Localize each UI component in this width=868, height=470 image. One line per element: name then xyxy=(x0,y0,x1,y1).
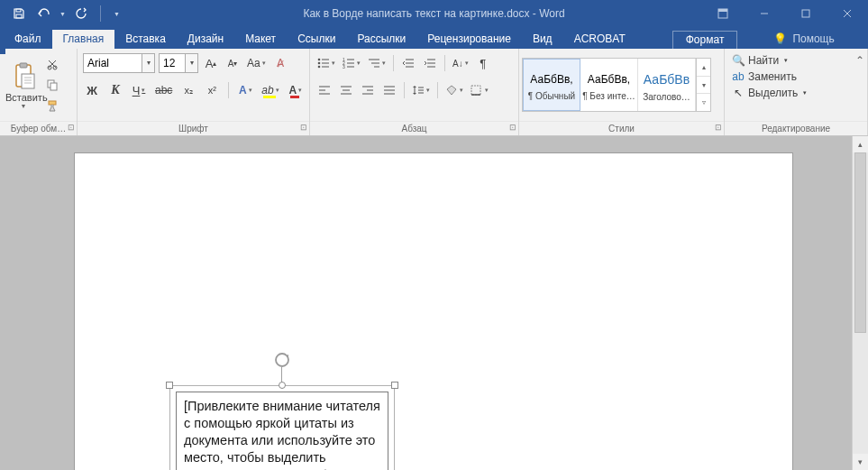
svg-rect-0 xyxy=(16,9,21,12)
text-effects-button[interactable]: A xyxy=(236,80,254,100)
tab-layout[interactable]: Макет xyxy=(234,30,287,49)
group-paragraph: 123 A↓ ¶ Абзац⊡ xyxy=(310,49,519,135)
cursor-icon: ↖ xyxy=(732,87,745,99)
style-up-icon[interactable]: ▴ xyxy=(697,59,710,77)
qat-customize-icon[interactable]: ▼ xyxy=(114,11,120,17)
grow-font-button[interactable]: A▴ xyxy=(202,53,220,73)
multilevel-button[interactable] xyxy=(366,53,388,73)
bold-button[interactable]: Ж xyxy=(83,80,101,100)
resize-handle-tm[interactable] xyxy=(279,382,286,389)
vertical-scrollbar[interactable]: ▴ ▾ xyxy=(852,136,868,470)
align-center-button[interactable] xyxy=(337,80,355,100)
textbox-content[interactable]: [Привлеките внимание читателя с помощью … xyxy=(176,392,388,470)
tab-format[interactable]: Формат xyxy=(672,31,738,49)
align-left-button[interactable] xyxy=(315,80,333,100)
borders-button[interactable] xyxy=(469,80,490,100)
svg-rect-3 xyxy=(718,9,727,12)
tab-review[interactable]: Рецензирование xyxy=(416,30,522,49)
underline-button[interactable]: Ч xyxy=(130,80,148,100)
cut-button[interactable] xyxy=(43,56,61,72)
undo-icon[interactable] xyxy=(34,4,54,23)
font-color-button[interactable]: A xyxy=(287,80,305,100)
increase-indent-button[interactable] xyxy=(421,53,439,73)
svg-point-23 xyxy=(318,66,321,69)
show-marks-button[interactable]: ¶ xyxy=(474,53,492,73)
font-family-combo[interactable]: Arial▾ xyxy=(83,53,155,73)
font-group-label: Шрифт xyxy=(178,124,208,134)
style-gallery: АаБбВв, ¶ Обычный АаБбВв, ¶ Без инте… Аа… xyxy=(522,58,711,112)
line-spacing-button[interactable] xyxy=(410,80,432,100)
strikethrough-button[interactable]: abc xyxy=(153,80,174,100)
subscript-button[interactable]: x₂ xyxy=(179,80,197,100)
tab-acrobat[interactable]: ACROBAT xyxy=(563,30,636,49)
decrease-indent-button[interactable] xyxy=(399,53,417,73)
minimize-icon[interactable] xyxy=(744,0,785,27)
font-size-combo[interactable]: 12▾ xyxy=(159,53,198,73)
group-styles: АаБбВв, ¶ Обычный АаБбВв, ¶ Без инте… Аа… xyxy=(519,49,725,135)
clipboard-icon xyxy=(9,61,38,90)
superscript-button[interactable]: x² xyxy=(203,80,221,100)
style-normal[interactable]: АаБбВв, ¶ Обычный xyxy=(523,59,580,111)
change-case-button[interactable]: Aa xyxy=(245,53,268,73)
redo-icon[interactable] xyxy=(71,4,91,23)
bullets-button[interactable] xyxy=(315,53,337,73)
justify-button[interactable] xyxy=(380,80,398,100)
replace-button[interactable]: abЗаменить xyxy=(732,70,797,83)
resize-handle-tr[interactable] xyxy=(391,382,398,389)
copy-button[interactable] xyxy=(43,77,61,93)
clear-formatting-button[interactable]: A̷ xyxy=(271,53,289,73)
align-right-button[interactable] xyxy=(359,80,377,100)
ribbon: Вставить ▼ Буфер обм…⊡ Arial▾ 12▾ A▴ A▾ … xyxy=(0,49,868,136)
find-button[interactable]: 🔍Найти▾ xyxy=(732,54,788,67)
italic-button[interactable]: К xyxy=(106,80,124,100)
shading-button[interactable] xyxy=(443,80,465,100)
tab-design[interactable]: Дизайн xyxy=(177,30,234,49)
tab-mailings[interactable]: Рассылки xyxy=(346,30,416,49)
select-button[interactable]: ↖Выделить▾ xyxy=(732,87,807,99)
scroll-thumb[interactable] xyxy=(854,152,866,333)
qat-separator xyxy=(100,5,101,22)
tab-view[interactable]: Вид xyxy=(522,30,563,49)
rotation-handle-icon[interactable] xyxy=(273,351,291,369)
group-clipboard: Вставить ▼ Буфер обм…⊡ xyxy=(0,49,78,135)
ribbon-tabs: Файл Главная Вставка Дизайн Макет Ссылки… xyxy=(0,27,868,49)
tab-home[interactable]: Главная xyxy=(52,30,115,49)
clipboard-launcher-icon[interactable]: ⊡ xyxy=(68,123,75,132)
numbering-button[interactable]: 123 xyxy=(341,53,362,73)
collapse-ribbon-icon[interactable]: ⌃ xyxy=(855,54,864,67)
scroll-up-icon[interactable]: ▴ xyxy=(853,136,868,152)
tell-me-search[interactable]: 💡 Помощь xyxy=(773,32,834,49)
scroll-down-icon[interactable]: ▾ xyxy=(853,454,868,470)
svg-rect-56 xyxy=(471,86,480,95)
styles-group-label: Стили xyxy=(608,124,635,134)
sort-button[interactable]: A↓ xyxy=(451,53,471,73)
font-launcher-icon[interactable]: ⊡ xyxy=(300,123,307,132)
svg-point-21 xyxy=(318,62,321,65)
scroll-track[interactable] xyxy=(853,152,868,454)
highlight-button[interactable]: ab xyxy=(260,80,280,100)
paste-button[interactable]: Вставить ▼ xyxy=(5,61,41,109)
tab-insert[interactable]: Вставка xyxy=(114,30,177,49)
shrink-font-button[interactable]: A▾ xyxy=(224,53,242,73)
document-scroll[interactable]: [Привлеките внимание читателя с помощью … xyxy=(0,136,852,470)
format-painter-button[interactable] xyxy=(43,97,61,114)
tab-file[interactable]: Файл xyxy=(4,30,52,49)
save-icon[interactable] xyxy=(9,4,29,23)
svg-rect-10 xyxy=(22,74,34,88)
tab-references[interactable]: Ссылки xyxy=(287,30,346,49)
lightbulb-icon: 💡 xyxy=(773,32,787,45)
close-icon[interactable] xyxy=(827,0,868,27)
maximize-icon[interactable] xyxy=(785,0,827,27)
style-no-spacing[interactable]: АаБбВв, ¶ Без инте… xyxy=(580,59,638,111)
style-expand-icon[interactable]: ▿ xyxy=(697,94,710,111)
svg-point-19 xyxy=(318,59,321,61)
style-name: Заголово… xyxy=(640,92,694,102)
ribbon-options-icon[interactable] xyxy=(702,0,744,27)
style-down-icon[interactable]: ▾ xyxy=(697,77,710,95)
style-preview: АаБбВв, xyxy=(588,69,630,91)
style-heading1[interactable]: АаБбВв Заголово… xyxy=(638,59,696,111)
styles-launcher-icon[interactable]: ⊡ xyxy=(715,123,722,132)
style-preview: АаБбВв, xyxy=(530,69,572,91)
resize-handle-tl[interactable] xyxy=(166,382,173,389)
paragraph-launcher-icon[interactable]: ⊡ xyxy=(509,123,516,132)
